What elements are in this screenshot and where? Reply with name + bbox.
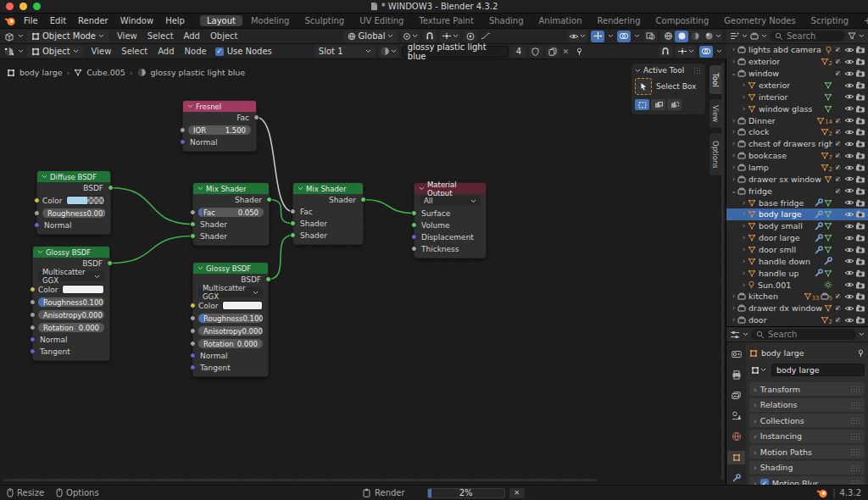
node-socket[interactable] xyxy=(190,221,196,227)
node-socket[interactable] xyxy=(108,185,114,191)
properties-tab-object[interactable] xyxy=(727,451,745,464)
viewport-menu-object[interactable]: Object xyxy=(205,31,243,41)
disable-render-camera-icon[interactable] xyxy=(855,234,865,242)
hide-viewport-eye-icon[interactable] xyxy=(844,281,854,288)
node-socket[interactable] xyxy=(411,222,417,228)
snap-toggle[interactable] xyxy=(423,31,437,42)
chevron-down-icon[interactable] xyxy=(198,186,203,191)
editor-type-viewport-icon[interactable] xyxy=(4,31,14,42)
expander-icon[interactable]: › xyxy=(730,152,737,159)
expander-icon[interactable]: ⌄ xyxy=(730,187,737,195)
falloff-curve-icon[interactable] xyxy=(481,32,491,40)
modifier-wrench-icon[interactable] xyxy=(815,246,823,254)
properties-tab-scene[interactable] xyxy=(727,409,745,422)
node-socket[interactable] xyxy=(190,328,196,334)
panel-grip[interactable] xyxy=(850,402,860,408)
pin-icon[interactable] xyxy=(576,47,583,56)
disable-render-camera-icon[interactable] xyxy=(855,292,865,300)
expander-icon[interactable]: › xyxy=(730,304,737,312)
overlays-toggle[interactable] xyxy=(617,31,631,42)
disable-render-camera-icon[interactable] xyxy=(855,58,865,65)
properties-tab-modifiers[interactable] xyxy=(727,472,745,485)
slot-dropdown[interactable]: Slot 1 xyxy=(314,46,376,58)
chevron-down-icon[interactable] xyxy=(635,69,641,73)
pin-icon[interactable] xyxy=(857,349,865,358)
value-slider[interactable]: Anisotropy0.000 xyxy=(198,326,263,336)
hide-viewport-eye-icon[interactable] xyxy=(844,293,854,300)
disable-render-camera-icon[interactable] xyxy=(855,175,865,183)
chevron-down-icon[interactable] xyxy=(859,34,865,38)
shader-menu-add[interactable]: Add xyxy=(153,47,179,56)
breadcrumb-item[interactable]: Cube.005 xyxy=(86,68,125,77)
disable-render-camera-icon[interactable] xyxy=(855,140,865,147)
color-swatch[interactable] xyxy=(222,301,264,310)
shader-overlays-toggle[interactable] xyxy=(699,46,713,58)
node-socket[interactable] xyxy=(30,286,36,292)
shader-node-fresnel[interactable]: FresnelFacIOR1.500Normal xyxy=(182,100,257,152)
outliner-item-label[interactable]: bookcase xyxy=(748,151,787,160)
fake-user-button[interactable] xyxy=(529,46,542,58)
shader-node-editor[interactable]: body large›Cube.005›glossy plastic light… xyxy=(0,59,726,485)
chevron-down-icon[interactable] xyxy=(715,34,721,38)
disable-render-camera-icon[interactable] xyxy=(855,128,865,136)
use-nodes-checkbox[interactable]: ✓ xyxy=(215,47,224,56)
shader-snap-target[interactable] xyxy=(676,46,696,58)
outliner-row[interactable]: ›body large xyxy=(726,208,868,220)
outliner-row[interactable]: ›clock2✓ xyxy=(726,126,868,138)
hide-viewport-eye-icon[interactable] xyxy=(844,199,854,206)
shader-node-mix1[interactable]: Mix ShaderShaderFac0.050ShaderShader xyxy=(192,182,270,246)
gizmos-toggle[interactable] xyxy=(591,31,604,42)
expander-icon[interactable]: › xyxy=(730,128,737,136)
node-socket[interactable] xyxy=(265,276,271,282)
outliner-row[interactable]: ›handle up xyxy=(726,267,868,279)
expander-icon[interactable]: › xyxy=(730,292,737,300)
outliner-item-label[interactable]: handle up xyxy=(759,269,798,278)
sidebar-tab-options[interactable]: Options xyxy=(709,132,721,176)
menu-render[interactable]: Render xyxy=(72,15,114,26)
shading-wireframe-button[interactable] xyxy=(661,31,675,42)
outliner-row[interactable]: ›door large xyxy=(726,232,868,244)
mesh-data-icon[interactable] xyxy=(824,222,832,230)
hide-viewport-eye-icon[interactable] xyxy=(844,153,854,159)
breadcrumb-item[interactable]: body large xyxy=(19,68,63,77)
value-slider[interactable]: Fac0.050 xyxy=(198,208,264,217)
outliner-item-label[interactable]: door smll xyxy=(759,245,796,254)
disable-render-camera-icon[interactable] xyxy=(855,210,865,218)
chevron-down-icon[interactable] xyxy=(198,266,203,270)
material-users-button[interactable]: 4 xyxy=(512,46,526,58)
outliner-row[interactable]: ›bookcase7✓ xyxy=(726,150,868,162)
select-mode-subtract-button[interactable] xyxy=(667,99,682,110)
outliner-display-mode-icon[interactable] xyxy=(730,32,739,40)
chevron-down-icon[interactable] xyxy=(743,332,748,336)
disable-render-camera-icon[interactable] xyxy=(855,258,865,265)
menu-file[interactable]: File xyxy=(18,15,44,26)
workspace-tab-scripting[interactable]: Scripting xyxy=(804,15,855,26)
distribution-dropdown[interactable]: Multiscatter GGX xyxy=(198,287,263,297)
outliner-row[interactable]: ›door smll xyxy=(726,244,868,256)
outliner-row[interactable]: ›exterior xyxy=(726,80,868,92)
menu-edit[interactable]: Edit xyxy=(44,15,72,26)
chevron-down-icon[interactable] xyxy=(608,34,614,38)
chevron-down-icon[interactable] xyxy=(716,49,722,53)
shading-rendered-button[interactable] xyxy=(702,31,715,42)
modifier-wrench-icon[interactable] xyxy=(815,234,823,242)
object-id-dropdown[interactable] xyxy=(749,364,768,376)
shader-menu-select[interactable]: Select xyxy=(116,47,153,56)
outliner-item-label[interactable]: interior xyxy=(759,92,788,102)
mesh-icon[interactable] xyxy=(804,292,812,300)
outliner-item-label[interactable]: window glass xyxy=(759,104,812,114)
value-slider[interactable]: Rotation0.000 xyxy=(198,339,263,348)
outliner-item-label[interactable]: door large xyxy=(759,233,800,242)
chevron-down-icon[interactable] xyxy=(742,34,748,38)
shading-material-button[interactable] xyxy=(688,31,702,42)
hide-viewport-eye-icon[interactable] xyxy=(844,235,854,242)
workspace-tab-shading[interactable]: Shading xyxy=(482,15,531,26)
hide-viewport-eye-icon[interactable] xyxy=(844,187,854,194)
panel-instancing[interactable]: ›Instancing xyxy=(749,430,865,443)
shader-node-mix2[interactable]: Mix ShaderShaderFacShaderShader xyxy=(292,182,364,245)
distribution-dropdown[interactable]: Multiscatter GGX xyxy=(38,271,104,281)
shader-node-diffuse[interactable]: Diffuse BSDFBSDFColorRoughness0.001Norma… xyxy=(36,170,111,235)
node-socket[interactable] xyxy=(190,209,196,215)
chevron-down-icon[interactable] xyxy=(761,34,767,38)
object-name-field[interactable]: body large xyxy=(771,364,865,376)
